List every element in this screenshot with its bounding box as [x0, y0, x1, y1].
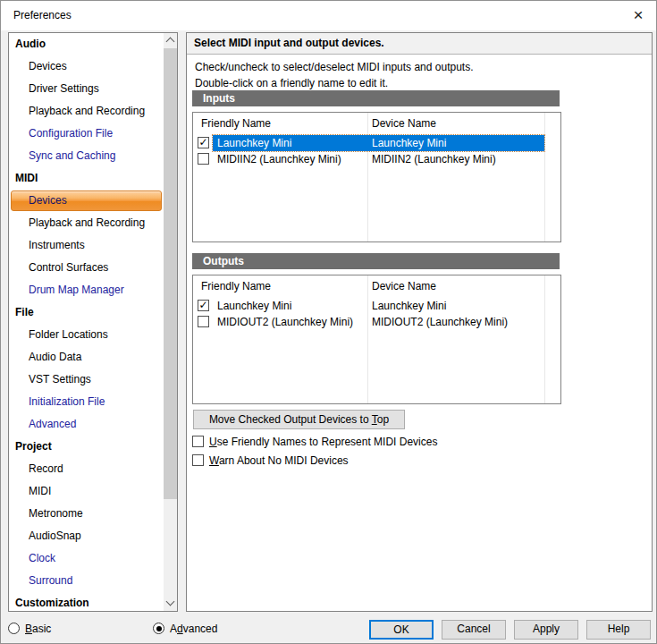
scrollbar-thumb[interactable] — [164, 48, 177, 499]
device-row[interactable]: ✓Launchkey MiniLaunchkey Mini — [193, 298, 560, 314]
device-checkbox[interactable]: ✓ — [198, 300, 209, 311]
chevron-up-icon — [166, 38, 175, 47]
friendly-name-cell[interactable]: Launchkey Mini — [217, 135, 291, 151]
apply-button[interactable]: Apply — [514, 620, 578, 640]
sidebar-item-drum-map-manager[interactable]: Drum Map Manager — [9, 279, 163, 301]
preferences-sidebar: AudioDevicesDriver SettingsPlayback and … — [8, 32, 178, 612]
cancel-button[interactable]: Cancel — [442, 620, 506, 640]
help-button[interactable]: Help — [586, 620, 651, 640]
device-row[interactable]: MIDIIN2 (Launchkey Mini)MIDIIN2 (Launchk… — [193, 151, 560, 167]
sidebar-section-midi: MIDI — [9, 167, 163, 190]
column-header-device-name: Device Name — [372, 275, 436, 297]
sidebar-section-customization: Customization — [9, 592, 163, 612]
sidebar-item-playback-and-recording[interactable]: Playback and Recording — [9, 212, 163, 234]
sidebar-item-driver-settings[interactable]: Driver Settings — [9, 78, 163, 100]
column-header-friendly-name: Friendly Name — [201, 275, 271, 297]
scrollbar-up-button[interactable] — [164, 33, 177, 48]
sidebar-section-audio: Audio — [9, 33, 163, 55]
device-row[interactable]: MIDIOUT2 (Launchkey Mini)MIDIOUT2 (Launc… — [193, 314, 560, 330]
column-header-device-name: Device Name — [372, 113, 436, 134]
device-name-cell: Launchkey Mini — [372, 135, 446, 151]
ok-button[interactable]: OK — [369, 620, 434, 640]
page-title: Select MIDI input and output devices. — [187, 33, 652, 55]
sidebar-item-advanced[interactable]: Advanced — [9, 413, 163, 436]
sidebar-item-vst-settings[interactable]: VST Settings — [9, 369, 163, 391]
sidebar-item-instruments[interactable]: Instruments — [9, 234, 163, 257]
sidebar-item-configuration-file[interactable]: Configuration File — [9, 123, 163, 145]
sidebar-item-devices[interactable]: Devices — [11, 191, 162, 211]
instruction-line-2: Double-click on a friendly name to edit … — [195, 77, 388, 89]
move-checked-outputs-button[interactable]: Move Checked Output Devices to Top — [193, 410, 405, 429]
sidebar-scrollbar[interactable] — [164, 33, 177, 611]
device-row[interactable]: ✓Launchkey MiniLaunchkey Mini — [193, 135, 560, 151]
radio-icon[interactable] — [8, 623, 20, 634]
sidebar-item-initialization-file[interactable]: Initialization File — [9, 391, 163, 413]
sidebar-item-playback-and-recording[interactable]: Playback and Recording — [9, 100, 163, 123]
outputs-device-table[interactable]: Friendly NameDevice Name✓Launchkey MiniL… — [192, 275, 561, 404]
dialog-footer: Basic Advanced OK Cancel Apply Help — [1, 613, 656, 644]
checkbox-label: Warn About No MIDI Devices — [209, 454, 349, 467]
friendly-name-cell[interactable]: MIDIIN2 (Launchkey Mini) — [217, 151, 341, 167]
sidebar-item-sync-and-caching[interactable]: Sync and Caching — [9, 145, 163, 167]
device-checkbox[interactable]: ✓ — [198, 137, 209, 148]
outputs-section-header: Outputs — [192, 253, 560, 269]
device-checkbox[interactable] — [198, 316, 209, 327]
window-title: Preferences — [13, 9, 72, 21]
radio-label: Advanced — [170, 623, 217, 635]
warn-no-midi-checkbox-row[interactable]: Warn About No MIDI Devices — [192, 454, 349, 469]
sidebar-section-file: File — [9, 301, 163, 324]
radio-label: Basic — [25, 623, 51, 635]
sidebar-item-folder-locations[interactable]: Folder Locations — [9, 324, 163, 346]
friendly-name-cell[interactable]: MIDIOUT2 (Launchkey Mini) — [217, 314, 353, 330]
sidebar-section-project: Project — [9, 436, 163, 458]
midi-devices-page: Select MIDI input and output devices. Ch… — [186, 32, 653, 612]
scrollbar-down-button[interactable] — [164, 596, 177, 611]
title-bar: Preferences × — [1, 1, 656, 30]
basic-radio[interactable]: Basic — [8, 623, 51, 637]
instruction-line-1: Check/uncheck to select/deselect MIDI in… — [195, 61, 474, 73]
checkbox[interactable] — [192, 436, 204, 447]
table-header: Friendly NameDevice Name — [193, 113, 560, 134]
use-friendly-names-checkbox-row[interactable]: Use Friendly Names to Represent MIDI Dev… — [192, 436, 437, 450]
inputs-device-table[interactable]: Friendly NameDevice Name✓Launchkey MiniL… — [192, 112, 561, 242]
device-checkbox[interactable] — [198, 153, 209, 165]
sidebar-item-audio-data[interactable]: Audio Data — [9, 346, 163, 369]
sidebar-item-surround[interactable]: Surround — [9, 570, 163, 592]
sidebar-item-control-surfaces[interactable]: Control Surfaces — [9, 257, 163, 279]
radio-icon[interactable] — [153, 623, 164, 634]
advanced-radio[interactable]: Advanced — [153, 623, 217, 637]
device-name-cell: Launchkey Mini — [372, 298, 446, 314]
device-name-cell: MIDIIN2 (Launchkey Mini) — [372, 151, 496, 167]
close-icon[interactable]: × — [628, 4, 649, 26]
preferences-dialog: Preferences × AudioDevicesDriver Setting… — [0, 0, 657, 644]
table-header: Friendly NameDevice Name — [193, 275, 560, 297]
column-header-friendly-name: Friendly Name — [201, 113, 271, 134]
sidebar-item-record[interactable]: Record — [9, 458, 163, 480]
friendly-name-cell[interactable]: Launchkey Mini — [217, 298, 291, 314]
inputs-section-header: Inputs — [192, 90, 560, 106]
sidebar-list: AudioDevicesDriver SettingsPlayback and … — [9, 33, 163, 612]
sidebar-item-audiosnap[interactable]: AudioSnap — [9, 525, 163, 547]
checkbox-label: Use Friendly Names to Represent MIDI Dev… — [209, 436, 437, 448]
sidebar-item-clock[interactable]: Clock — [9, 547, 163, 570]
sidebar-item-midi[interactable]: MIDI — [9, 480, 163, 503]
sidebar-item-metronome[interactable]: Metronome — [9, 503, 163, 525]
sidebar-item-devices[interactable]: Devices — [9, 55, 163, 78]
device-name-cell: MIDIOUT2 (Launchkey Mini) — [372, 314, 508, 330]
chevron-down-icon — [166, 597, 175, 606]
checkbox[interactable] — [192, 454, 204, 466]
